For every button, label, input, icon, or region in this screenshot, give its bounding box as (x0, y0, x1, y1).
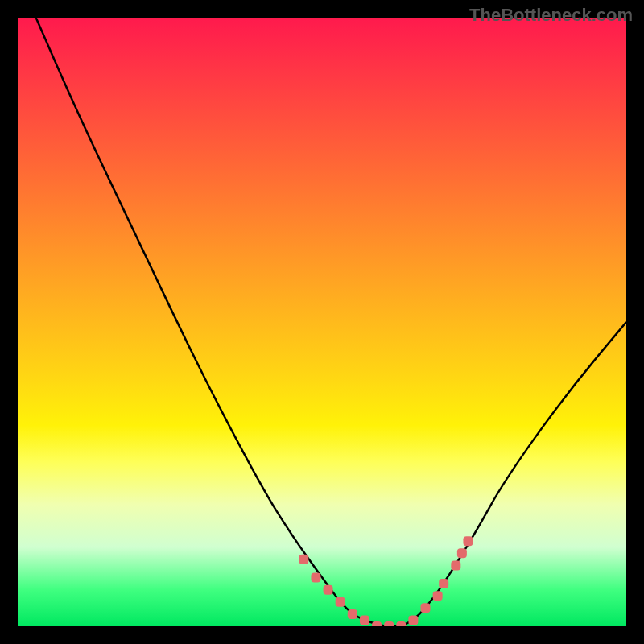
highlight-dot (457, 548, 467, 558)
highlight-dot (311, 573, 320, 583)
highlight-dot (433, 591, 443, 601)
highlight-dot (408, 615, 418, 625)
bottleneck-chart (18, 18, 626, 626)
highlight-dot (360, 615, 369, 625)
highlight-dot (439, 579, 448, 588)
watermark-text: TheBottleneck.com (469, 5, 633, 26)
highlight-dot (451, 560, 460, 570)
highlight-dot (372, 621, 382, 626)
highlight-dot (384, 621, 394, 626)
highlight-dot (299, 555, 308, 564)
highlight-dot (324, 585, 333, 595)
highlight-dot (463, 536, 473, 546)
highlight-dot (421, 603, 431, 613)
highlight-dot (336, 597, 345, 607)
bottleneck-curve-line (36, 18, 626, 626)
highlight-dot (396, 621, 406, 626)
highlight-dot (348, 609, 357, 619)
